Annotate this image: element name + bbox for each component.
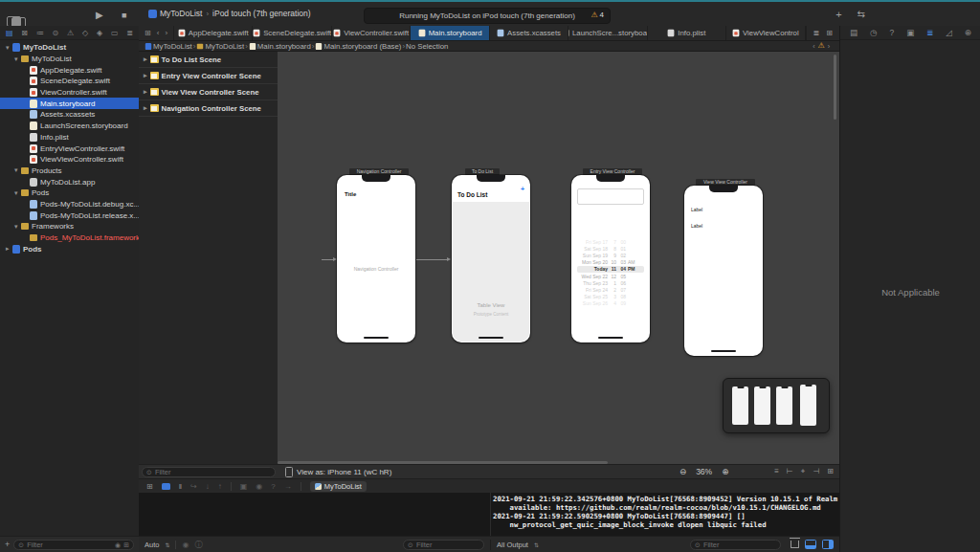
tree-item[interactable]: LaunchScreen.storyboard bbox=[0, 121, 139, 132]
navigator-filter-input[interactable] bbox=[27, 541, 112, 549]
device-navigation-controller[interactable]: Title Navigation Controller bbox=[337, 175, 415, 342]
next-issue-icon[interactable]: › bbox=[828, 43, 830, 50]
toggle-console-view-icon[interactable] bbox=[822, 540, 834, 549]
debug-navigator-icon[interactable]: ◈ bbox=[97, 29, 102, 37]
clear-console-icon[interactable] bbox=[791, 541, 799, 548]
outline-filter-input[interactable] bbox=[155, 468, 271, 476]
update-frames-icon[interactable]: ≡ bbox=[774, 467, 779, 476]
tab-appdelegate[interactable]: AppDelegate.swift bbox=[174, 26, 253, 40]
previous-issue-icon[interactable]: ‹ bbox=[813, 43, 814, 50]
console-filter-input[interactable] bbox=[703, 541, 776, 549]
tree-item-group[interactable]: ▾Pods bbox=[0, 188, 139, 199]
find-navigator-icon[interactable]: ⊙ bbox=[53, 29, 59, 37]
library-plus-icon[interactable]: + bbox=[835, 10, 841, 19]
report-navigator-icon[interactable]: ≣ bbox=[126, 29, 133, 37]
add-item-icon[interactable]: + bbox=[5, 541, 10, 548]
tree-item[interactable]: ViewViewController.swift bbox=[0, 154, 139, 166]
disclosure-icon[interactable]: ▸ bbox=[144, 88, 147, 96]
scene-row[interactable]: ▸Navigation Controller Scene bbox=[139, 100, 278, 117]
pause-icon[interactable]: ‖ bbox=[179, 482, 182, 491]
connections-inspector-icon[interactable]: ⊕ bbox=[965, 28, 971, 37]
navigator-filter-field[interactable]: ⊙ ◉ ⊞ bbox=[13, 540, 134, 550]
canvas-minimap[interactable] bbox=[723, 378, 830, 433]
minimap-thumbnail[interactable] bbox=[776, 386, 792, 425]
size-inspector-icon[interactable]: ◿ bbox=[946, 28, 952, 37]
tab-infoplist[interactable]: Info.plist bbox=[648, 26, 726, 40]
breadcrumb-item[interactable]: Main.storyboard bbox=[257, 42, 311, 51]
tree-item[interactable]: Pods-MyToDoList.release.x... bbox=[0, 210, 139, 221]
scene-title-bar[interactable]: To Do List bbox=[465, 168, 500, 175]
recent-files-icon[interactable]: ◉ bbox=[115, 541, 121, 548]
project-navigator-icon[interactable]: ▤ bbox=[6, 29, 13, 37]
tree-item-pods-project[interactable]: ▸Pods bbox=[0, 243, 139, 254]
disclosure-icon[interactable]: ▸ bbox=[144, 55, 147, 63]
align-icon[interactable]: ⊢ bbox=[787, 467, 793, 476]
disclosure-icon[interactable]: ▾ bbox=[14, 55, 21, 63]
minimap-thumbnail[interactable] bbox=[754, 386, 770, 425]
tree-item-project[interactable]: ▾MyToDoList bbox=[0, 42, 139, 54]
forward-icon[interactable]: › bbox=[165, 29, 167, 37]
breadcrumb-item[interactable]: Main.storyboard (Base) bbox=[323, 42, 401, 51]
console-scope-select[interactable]: All Output bbox=[497, 541, 528, 549]
scheme-device-label[interactable]: iPod touch (7th generation) bbox=[212, 9, 311, 18]
tree-item-group[interactable]: ▾Products bbox=[0, 166, 139, 177]
editor-options-icon[interactable]: ≣ bbox=[813, 29, 820, 37]
device-todolist[interactable]: To Do List + Table View Prototype Conten… bbox=[452, 175, 530, 342]
zoom-out-icon[interactable]: ⊖ bbox=[679, 467, 686, 476]
zoom-level[interactable]: 36% bbox=[696, 467, 712, 476]
add-bar-button[interactable]: + bbox=[521, 186, 524, 192]
add-editor-icon[interactable]: ⊞ bbox=[826, 29, 833, 37]
disclosure-icon[interactable]: ▾ bbox=[6, 44, 12, 52]
step-over-icon[interactable]: ↪ bbox=[190, 482, 197, 491]
quick-help-inspector-icon[interactable]: ? bbox=[889, 28, 894, 37]
resolve-issues-icon[interactable]: ⊣ bbox=[813, 467, 819, 476]
scene-row[interactable]: ▸To Do List Scene bbox=[139, 52, 278, 68]
stop-button[interactable]: ■ bbox=[122, 11, 126, 20]
minimap-thumbnail[interactable] bbox=[800, 385, 816, 426]
tree-item[interactable]: SceneDelegate.swift bbox=[0, 76, 139, 87]
storyboard-canvas[interactable]: Navigation Controller Title Navigation C… bbox=[278, 52, 839, 464]
tree-item[interactable]: Assets.xcassets bbox=[0, 109, 139, 121]
minimap-thumbnail[interactable] bbox=[732, 386, 748, 425]
variables-filter-field[interactable]: ⊙ bbox=[403, 540, 484, 550]
process-chip[interactable]: MyToDoList bbox=[310, 481, 367, 492]
disclosure-icon[interactable]: ▾ bbox=[14, 166, 21, 174]
tab-scenedelegate[interactable]: SceneDelegate.swift bbox=[253, 26, 331, 40]
tab-assets[interactable]: Assets.xcassets bbox=[490, 26, 568, 40]
tree-item-group[interactable]: ▾Frameworks bbox=[0, 221, 139, 232]
disclosure-icon[interactable]: ▸ bbox=[144, 104, 147, 112]
console-output[interactable]: 2021-09-21 21:59:22.342576+0800 MyToDoLi… bbox=[493, 495, 835, 529]
device-view-view-controller[interactable]: Label Label bbox=[684, 186, 763, 356]
tree-item[interactable]: EntryViewController.swift bbox=[0, 143, 139, 154]
disclosure-icon[interactable]: ▾ bbox=[14, 189, 21, 197]
tree-item-selected[interactable]: Main.storyboard bbox=[0, 98, 139, 109]
segue-connection[interactable] bbox=[416, 259, 449, 260]
ui-label[interactable]: Label bbox=[691, 223, 702, 229]
disclosure-icon[interactable]: ▾ bbox=[14, 223, 21, 231]
date-picker[interactable]: Fri Sep 17700 Sat Sep 18801 Sun Sep 1990… bbox=[577, 238, 644, 307]
symbol-navigator-icon[interactable]: ≔ bbox=[36, 29, 44, 37]
back-icon[interactable]: ‹ bbox=[157, 29, 160, 37]
scene-row[interactable]: ▸View View Controller Scene bbox=[139, 84, 278, 100]
tree-item-group[interactable]: ▾MyToDoList bbox=[0, 54, 139, 65]
scene-row[interactable]: ▸Entry View Controller Scene bbox=[139, 68, 278, 84]
environment-overrides-icon[interactable]: ? bbox=[271, 482, 275, 491]
nav-bar-title[interactable]: Title bbox=[345, 191, 356, 197]
run-button[interactable]: ▶ bbox=[96, 11, 103, 20]
view-hierarchy-icon[interactable]: ▣ bbox=[240, 482, 248, 491]
tab-viewcontroller[interactable]: ViewController.swift bbox=[332, 26, 411, 40]
add-constraints-icon[interactable]: ⌖ bbox=[801, 467, 806, 476]
canvas-vertical-scrollbar[interactable] bbox=[834, 55, 836, 120]
toggle-variables-view-icon[interactable] bbox=[805, 540, 816, 549]
scheme-selector[interactable]: MyToDoList › iPod touch (7th generation) bbox=[148, 9, 311, 18]
console-filter-field[interactable]: ⊙ bbox=[690, 540, 781, 550]
breadcrumb-item[interactable]: MyToDoList bbox=[205, 42, 244, 51]
source-control-navigator-icon[interactable]: ⊠ bbox=[21, 29, 28, 37]
step-into-icon[interactable]: ↓ bbox=[206, 482, 210, 491]
breakpoint-navigator-icon[interactable]: ▭ bbox=[111, 29, 119, 37]
picker-row-selected[interactable]: Today1104PM bbox=[577, 266, 644, 273]
tree-item[interactable]: ViewController.swift bbox=[0, 87, 139, 99]
variables-scope-select[interactable]: Auto bbox=[145, 541, 159, 549]
disclosure-icon[interactable]: ▸ bbox=[144, 72, 147, 79]
issues-summary[interactable]: ⚠ 4 bbox=[590, 11, 604, 19]
